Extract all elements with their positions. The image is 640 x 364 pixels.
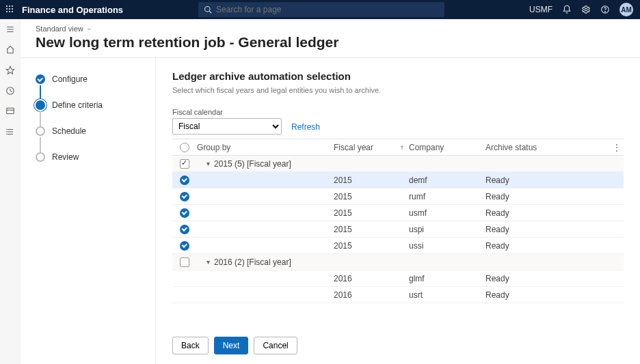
svg-point-6	[6, 11, 8, 12]
cell-status: Ready	[485, 274, 568, 283]
chevron-down-icon: ▾	[206, 160, 210, 167]
grid-row[interactable]: 2016glmfReady	[172, 270, 624, 287]
grid-row[interactable]: 2015demfReady	[172, 172, 624, 188]
grid-group-row[interactable]: ▾2016 (2) [Fiscal year]	[172, 254, 624, 270]
workspace-icon[interactable]	[5, 107, 15, 116]
wizard-step-label: Schedule	[52, 126, 86, 136]
gear-icon[interactable]	[581, 5, 591, 14]
group-checkbox[interactable]	[180, 159, 189, 169]
svg-point-11	[585, 8, 587, 11]
svg-point-5	[12, 8, 13, 10]
home-icon[interactable]	[5, 45, 15, 55]
notification-icon[interactable]	[562, 5, 572, 14]
fiscal-calendar-label: Fiscal calendar	[172, 108, 282, 116]
svg-line-10	[209, 11, 211, 13]
group-checkbox[interactable]	[180, 257, 189, 267]
star-icon[interactable]	[5, 66, 15, 75]
grid-row[interactable]: 2015rumfReady	[172, 188, 624, 205]
row-check-icon[interactable]	[180, 192, 189, 201]
cancel-button[interactable]: Cancel	[254, 337, 297, 354]
svg-point-25	[6, 132, 7, 132]
svg-point-9	[205, 7, 211, 12]
fiscal-calendar-select[interactable]: Fiscal	[172, 118, 282, 135]
row-check-icon[interactable]	[180, 176, 189, 185]
cell-fiscal-year: 2015	[334, 208, 409, 218]
svg-point-0	[6, 5, 8, 7]
company-label[interactable]: USMF	[529, 5, 552, 14]
cell-company: rumf	[409, 192, 485, 201]
wizard-step[interactable]: Define criteria	[36, 100, 147, 126]
chevron-down-icon	[86, 26, 92, 32]
cell-fiscal-year: 2016	[334, 290, 409, 300]
wizard-step-label: Review	[52, 152, 79, 162]
grid-row[interactable]: 2015usmfReady	[172, 205, 624, 221]
help-icon[interactable]	[600, 5, 610, 14]
grid-row[interactable]: 2016usrtReady	[172, 287, 624, 303]
row-check-icon[interactable]	[180, 241, 189, 251]
cell-status: Ready	[485, 225, 568, 234]
cell-fiscal-year: 2015	[334, 241, 409, 251]
cell-fiscal-year: 2015	[334, 192, 409, 201]
wizard-step[interactable]: Review	[36, 152, 147, 178]
menu-icon[interactable]	[5, 25, 15, 34]
cell-status: Ready	[485, 176, 568, 185]
group-label: 2015 (5) [Fiscal year]	[214, 159, 291, 169]
wizard-step-indicator	[36, 100, 45, 110]
recent-icon[interactable]	[5, 86, 15, 96]
col-groupby[interactable]: Group by	[197, 143, 334, 152]
select-all-radio[interactable]	[180, 143, 189, 152]
svg-marker-17	[6, 66, 14, 74]
panel-heading: Ledger archive automation selection	[172, 70, 624, 82]
refresh-link[interactable]: Refresh	[291, 122, 320, 135]
cell-fiscal-year: 2016	[334, 274, 409, 283]
wizard-step-indicator	[36, 126, 45, 136]
cell-status: Ready	[485, 241, 568, 251]
search-box[interactable]	[198, 2, 444, 17]
waffle-icon[interactable]	[0, 5, 19, 15]
cell-company: glmf	[409, 274, 485, 283]
wizard-step-indicator	[36, 152, 45, 162]
avatar[interactable]: AM	[619, 3, 633, 16]
svg-point-4	[9, 8, 10, 10]
cell-company: uspi	[409, 225, 485, 234]
row-check-icon[interactable]	[180, 208, 189, 218]
modules-icon[interactable]	[5, 127, 15, 137]
search-input[interactable]	[216, 5, 439, 14]
svg-point-2	[12, 5, 13, 7]
next-button[interactable]: Next	[214, 337, 249, 354]
grid-row[interactable]: 2015uspiReady	[172, 221, 624, 238]
view-selector[interactable]: Standard view	[36, 25, 625, 33]
col-company[interactable]: Company	[409, 143, 485, 152]
cell-status: Ready	[485, 192, 568, 201]
sort-asc-icon	[399, 145, 405, 150]
svg-point-7	[9, 11, 10, 12]
wizard-step-label: Define criteria	[52, 100, 103, 110]
wizard-step[interactable]: Configure	[36, 74, 147, 100]
wizard-step-label: Configure	[52, 74, 88, 84]
svg-point-3	[6, 8, 8, 10]
page-title: New long term retention job - General le…	[36, 34, 625, 51]
col-fiscal-year[interactable]: Fiscal year	[334, 143, 409, 152]
row-check-icon[interactable]	[180, 225, 189, 234]
svg-point-24	[6, 129, 7, 130]
cell-status: Ready	[485, 208, 568, 218]
cell-fiscal-year: 2015	[334, 176, 409, 185]
svg-rect-19	[6, 108, 14, 113]
cell-fiscal-year: 2015	[334, 225, 409, 234]
cell-company: usmf	[409, 208, 485, 218]
svg-point-26	[6, 134, 7, 135]
svg-point-8	[12, 11, 13, 12]
grid-header: Group by Fiscal year Company Archive sta…	[172, 139, 624, 156]
wizard-step[interactable]: Schedule	[36, 126, 147, 152]
grid-more-icon[interactable]: ⋮	[610, 143, 624, 152]
chevron-down-icon: ▾	[206, 258, 210, 266]
cell-company: demf	[409, 176, 485, 185]
brand-label: Finance and Operations	[19, 5, 123, 15]
wizard-step-indicator	[36, 74, 45, 84]
back-button[interactable]: Back	[172, 337, 209, 354]
grid-row[interactable]: 2015ussiReady	[172, 238, 624, 254]
svg-point-13	[605, 11, 606, 12]
grid-group-row[interactable]: ▾2015 (5) [Fiscal year]	[172, 156, 624, 172]
group-label: 2016 (2) [Fiscal year]	[214, 257, 291, 267]
col-archive-status[interactable]: Archive status	[485, 143, 568, 152]
